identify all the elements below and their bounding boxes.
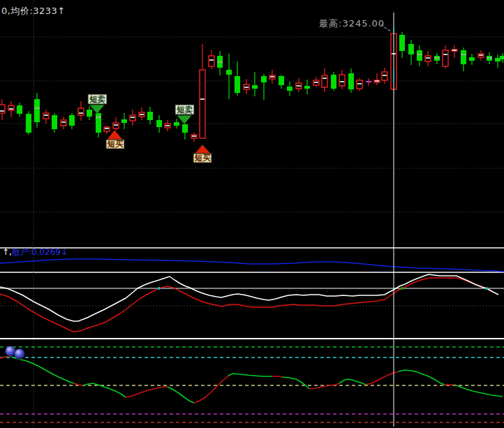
candle (357, 78, 362, 91)
indicator-red-curve (0, 278, 491, 332)
short-sell-signal: 短卖 (175, 105, 194, 124)
candle (26, 111, 31, 135)
svg-text:短卖: 短卖 (176, 105, 193, 115)
candle (382, 68, 387, 84)
candle (417, 45, 422, 66)
candle (104, 126, 110, 134)
candle (304, 80, 310, 94)
indicator-blue-curve (0, 259, 504, 272)
candle (17, 103, 22, 117)
candle (217, 51, 223, 75)
candle (331, 72, 336, 91)
svg-text:短买: 短买 (107, 139, 124, 149)
candle (174, 119, 179, 128)
indicator-curves (0, 259, 504, 332)
candle (408, 40, 414, 65)
oscillator-panel (0, 347, 504, 422)
candle (425, 51, 431, 66)
candle (235, 61, 240, 96)
candle (374, 73, 380, 85)
candle (8, 101, 14, 117)
candle (244, 79, 249, 94)
candle (43, 110, 49, 124)
candle (34, 93, 40, 128)
short-buy-signal: 短买 (106, 130, 124, 149)
candle (139, 108, 144, 120)
candle (461, 47, 466, 71)
candle (443, 45, 448, 68)
candle (156, 115, 162, 133)
candle (61, 117, 66, 129)
candle (147, 107, 153, 124)
candle (322, 68, 327, 92)
candle (0, 99, 5, 120)
candlestick-layer (0, 28, 504, 142)
candle (252, 72, 258, 96)
candle (287, 82, 292, 96)
candle (366, 78, 371, 86)
candle (279, 75, 284, 89)
candle (121, 113, 127, 129)
candle (399, 32, 405, 58)
price-chart-canvas[interactable]: 短卖短卖短买短买 (0, 0, 504, 428)
candle (261, 74, 267, 100)
candle (200, 44, 205, 138)
candle (339, 70, 345, 89)
candle (191, 133, 197, 142)
candle (69, 113, 75, 129)
candle (348, 68, 354, 93)
candle (434, 53, 440, 64)
candle (209, 50, 214, 69)
candle (495, 54, 501, 68)
candle (296, 78, 302, 92)
panel-dividers (0, 248, 504, 339)
svg-text:短买: 短买 (194, 153, 212, 163)
candle (78, 101, 84, 121)
high-label-leader-line (381, 24, 391, 31)
candle (165, 120, 170, 131)
candle (478, 50, 484, 61)
indicator-white-curve (0, 274, 498, 321)
candle (469, 54, 475, 65)
candle (313, 77, 319, 87)
candle (113, 117, 119, 131)
candle (452, 45, 457, 58)
candle (269, 70, 275, 84)
candle (87, 106, 92, 120)
short-buy-signal: 短买 (193, 145, 212, 163)
svg-text:短卖: 短卖 (89, 94, 106, 104)
gridlines (0, 37, 504, 306)
candle (226, 54, 232, 99)
trading-chart-window: 短卖短卖短买短买 0,均价:3233↑ 最高:3245.00 ↑,散户:0.02… (0, 0, 504, 428)
candle (52, 113, 57, 133)
candle (487, 52, 492, 64)
